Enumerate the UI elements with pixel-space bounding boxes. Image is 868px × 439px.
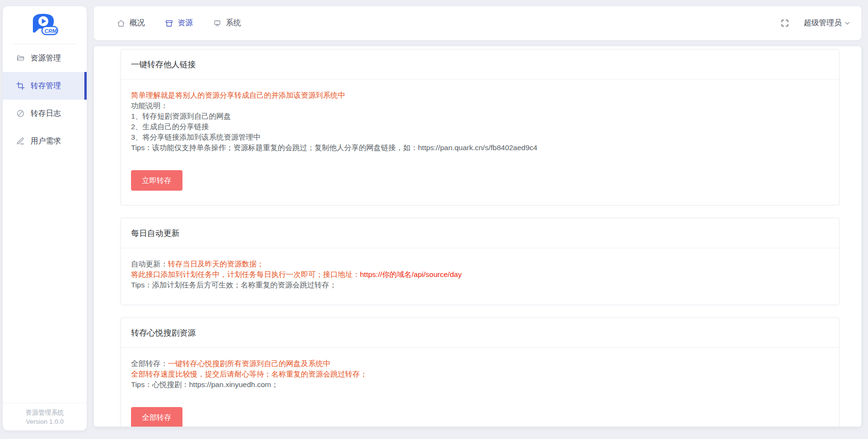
main-panel: 一键转存他人链接简单理解就是将别人的资源分享转成自己的并添加该资源到系统中功能说… (94, 46, 861, 427)
card-body-line: 1、转存短剧资源到自己的网盘 (131, 111, 829, 122)
text-segment: https://你的域名/api/source/day (360, 270, 462, 278)
card-body-line: 2、生成自己的分享链接 (131, 122, 829, 132)
home-icon (117, 19, 125, 28)
crm-logo-icon: CRM (29, 11, 61, 39)
card-body-line: 功能说明： (131, 101, 829, 111)
sidebar: CRM 资源管理转存管理转存日志用户需求 资源管理系统 Version 1.0.… (3, 6, 87, 430)
easel-icon (213, 19, 222, 28)
tab-label: 概况 (130, 18, 145, 28)
sidebar-item-resource-management[interactable]: 资源管理 (3, 44, 87, 72)
top-nav-tabs: 概况资源系统 (117, 18, 241, 28)
sidebar-menu: 资源管理转存管理转存日志用户需求 (3, 44, 87, 155)
text-segment: 功能说明： (131, 102, 168, 110)
card-body: 简单理解就是将别人的资源分享转成自己的并添加该资源到系统中功能说明：1、转存短剧… (121, 80, 839, 205)
app-name: 资源管理系统 (3, 408, 87, 417)
card-body-line: 简单理解就是将别人的资源分享转成自己的并添加该资源到系统中 (131, 90, 829, 101)
sidebar-item-transfer-logs[interactable]: 转存日志 (3, 100, 87, 127)
text-segment: 全部转存速度比较慢，提交后请耐心等待；名称重复的资源会跳过转存； (131, 370, 367, 378)
sidebar-spacer (3, 155, 87, 403)
card-body-line: 自动更新：转存当日及昨天的资源数据； (131, 259, 829, 269)
archive-icon (165, 19, 173, 28)
user-menu[interactable]: 超级管理员 (804, 18, 851, 28)
fullscreen-icon[interactable] (780, 19, 789, 28)
transfer-all-button[interactable]: 全部转存 (131, 407, 182, 427)
active-indicator-bar (84, 72, 87, 100)
text-segment: Tips：添加计划任务后方可生效；名称重复的资源会跳过转存； (131, 281, 337, 289)
text-segment: 3、将分享链接添加到该系统资源管理中 (131, 133, 261, 141)
card-one-click-transfer: 一键转存他人链接简单理解就是将别人的资源分享转成自己的并添加该资源到系统中功能说… (121, 49, 839, 205)
text-segment: Tips：心悦搜剧：https://pan.xinyuedh.com； (131, 380, 279, 388)
app-version: Version 1.0.0 (3, 417, 87, 426)
tab-label: 资源 (178, 18, 193, 28)
card-daily-auto-update: 每日自动更新自动更新：转存当日及昨天的资源数据；将此接口添加到计划任务中，计划任… (121, 218, 839, 305)
text-segment: 转存当日及昨天的资源数据； (168, 260, 264, 268)
text-segment: 简单理解就是将别人的资源分享转成自己的并添加该资源到系统中 (131, 91, 345, 99)
user-name: 超级管理员 (804, 18, 842, 28)
sidebar-item-label: 转存日志 (30, 109, 61, 119)
sidebar-footer: 资源管理系统 Version 1.0.0 (3, 403, 87, 430)
card-body: 全部转存：一键转存心悦搜剧所有资源到自己的网盘及系统中全部转存速度比较慢，提交后… (121, 348, 839, 427)
text-segment: 一键转存心悦搜剧所有资源到自己的网盘及系统中 (168, 359, 331, 368)
card-body-line: Tips：心悦搜剧：https://pan.xinyuedh.com； (131, 379, 829, 390)
card-body: 自动更新：转存当日及昨天的资源数据；将此接口添加到计划任务中，计划任务每日执行一… (121, 248, 839, 305)
card-body-line: Tips：添加计划任务后方可生效；名称重复的资源会跳过转存； (131, 280, 829, 290)
crop-icon (16, 82, 25, 90)
text-segment: Tips：该功能仅支持单条操作；资源标题重复的会跳过；复制他人分享的网盘链接，如… (131, 143, 537, 152)
app-logo: CRM (3, 6, 87, 44)
card-body-line: 全部转存速度比较慢，提交后请耐心等待；名称重复的资源会跳过转存； (131, 369, 829, 379)
sidebar-item-user-requests[interactable]: 用户需求 (3, 127, 87, 155)
card-body-line: Tips：该功能仅支持单条操作；资源标题重复的会跳过；复制他人分享的网盘链接，如… (131, 143, 829, 153)
tab-overview[interactable]: 概况 (117, 18, 145, 28)
sidebar-item-transfer-management[interactable]: 转存管理 (3, 72, 87, 100)
sidebar-item-label: 用户需求 (30, 136, 61, 146)
card-title: 转存心悦搜剧资源 (121, 318, 839, 348)
top-nav-right: 超级管理员 (780, 18, 861, 28)
card-body-line: 3、将分享链接添加到该系统资源管理中 (131, 132, 829, 143)
transfer-now-button[interactable]: 立即转存 (131, 170, 182, 191)
card-title: 每日自动更新 (121, 218, 839, 248)
chevron-down-icon (844, 20, 851, 27)
card-xinyue-transfer: 转存心悦搜剧资源全部转存：一键转存心悦搜剧所有资源到自己的网盘及系统中全部转存速… (121, 317, 839, 427)
text-segment: 全部转存： (131, 359, 168, 368)
card-title: 一键转存他人链接 (121, 50, 839, 80)
text-segment: 将此接口添加到计划任务中，计划任务每日执行一次即可；接口地址： (131, 270, 360, 278)
cards-container: 一键转存他人链接简单理解就是将别人的资源分享转成自己的并添加该资源到系统中功能说… (94, 46, 861, 427)
card-body-line: 全部转存：一键转存心悦搜剧所有资源到自己的网盘及系统中 (131, 358, 829, 369)
folder-icon (16, 54, 25, 62)
tab-label: 系统 (226, 18, 241, 28)
card-body-line: 将此接口添加到计划任务中，计划任务每日执行一次即可；接口地址：https://你… (131, 269, 829, 280)
tab-resources[interactable]: 资源 (165, 18, 193, 28)
pencil-icon (16, 137, 25, 145)
text-segment: 自动更新： (131, 260, 168, 268)
text-segment: 1、转存短剧资源到自己的网盘 (131, 112, 231, 120)
sidebar-item-label: 转存管理 (30, 81, 61, 91)
top-nav: 概况资源系统 超级管理员 (94, 6, 861, 40)
tab-system[interactable]: 系统 (213, 18, 241, 28)
text-segment: 2、生成自己的分享链接 (131, 123, 209, 131)
svg-text:CRM: CRM (45, 28, 57, 33)
slash-circle-icon (16, 109, 25, 118)
sidebar-item-label: 资源管理 (30, 53, 61, 63)
